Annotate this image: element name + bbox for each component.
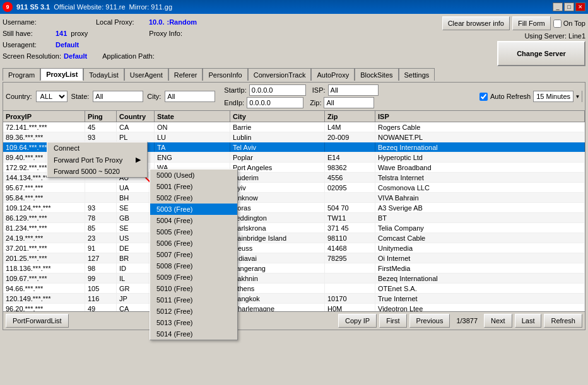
td-city: Unknow <box>230 193 325 202</box>
tab-settings[interactable]: Settings <box>399 68 435 81</box>
minimize-button[interactable]: _ <box>553 3 563 11</box>
isp-input[interactable] <box>328 84 379 96</box>
change-server-button[interactable]: Change Server <box>497 41 585 66</box>
table-row[interactable]: 24.19.***.*** 23 US Bainbridge Island 98… <box>3 233 585 243</box>
port-forward-list-button[interactable]: PortForwardList <box>6 314 69 328</box>
endip-label: EndIp: <box>224 99 244 106</box>
next-button[interactable]: Next <box>484 314 512 328</box>
proxy-table: ProxyIP Ping Country State City Zip ISP … <box>3 110 585 312</box>
td-ping: 49 <box>85 304 117 311</box>
fill-form-button[interactable]: Fill Form <box>512 16 551 30</box>
state-input[interactable] <box>93 91 143 102</box>
port-5007[interactable]: 5007 (Free) <box>150 249 237 260</box>
refresh-button[interactable]: Refresh <box>544 314 582 328</box>
table-row[interactable]: 120.149.***.*** 116 JP Bangkok 10170 Tru… <box>3 294 585 304</box>
port-5014[interactable]: 5014 (Free) <box>150 328 237 340</box>
filter-bar: Country: ALL State: City: StartIp: ISP: … <box>3 82 585 110</box>
tab-proxylist[interactable]: ProxyList <box>40 68 83 81</box>
td-isp: Telstra Internet <box>375 173 585 182</box>
table-row[interactable]: 109.67.***.*** 99 IL Sakhnin Bezeq Inter… <box>3 273 585 284</box>
td-city: Bangkok <box>230 294 325 303</box>
table-row[interactable]: 86.129.***.*** 78 GB Teddington TW11 BT <box>3 213 585 223</box>
table-row[interactable]: 95.84.***.*** BH Unknow VIVA Bahrain <box>3 193 585 203</box>
mirror: Mirror: 911.gg <box>129 3 172 11</box>
clear-browser-button[interactable]: Clear browser info <box>442 16 510 30</box>
context-forward-port[interactable]: Forward Port To Proxy ▶ 5000 (Used) 5001… <box>47 154 147 166</box>
port-5009[interactable]: 5009 (Free) <box>150 272 237 283</box>
screen-res-row: Screen Resolution: Default Application P… <box>3 50 442 62</box>
td-isp: Comcast Cable <box>375 233 585 243</box>
tab-personinfo[interactable]: PersonInfo <box>203 68 247 81</box>
td-zip: H0M <box>325 304 375 311</box>
zip-input[interactable] <box>324 97 374 108</box>
useragent-label: Useragent: <box>3 41 53 49</box>
td-ping: 127 <box>85 253 117 263</box>
context-connect[interactable]: Connect <box>47 142 147 154</box>
td-city: Tangerang <box>230 263 325 273</box>
table-row[interactable]: 37.201.***.*** 91 DE Neuss 41468 Unityme… <box>3 243 585 253</box>
td-zip: TW11 <box>325 213 375 222</box>
tab-referer[interactable]: Referer <box>168 68 203 81</box>
table-row[interactable]: 201.25.***.*** 127 BR Indiavai 78295 Oi … <box>3 253 585 263</box>
port-5004[interactable]: 5004 (Free) <box>150 215 237 226</box>
td-zip: 20-009 <box>325 132 375 142</box>
td-country: DE <box>117 243 155 253</box>
port-5008[interactable]: 5008 (Free) <box>150 260 237 272</box>
table-row[interactable]: 94.66.***.*** 105 GR Athens OTEnet S.A. <box>3 284 585 294</box>
tab-todaylist[interactable]: TodayList <box>83 68 124 81</box>
title-bar: 9 911 S5 3.1 Official Website: 911.re Mi… <box>0 0 588 14</box>
refresh-interval-dropdown[interactable]: ▼ <box>573 91 582 102</box>
port-5012[interactable]: 5012 (Free) <box>150 306 237 317</box>
td-country: ID <box>117 263 155 273</box>
endip-input[interactable] <box>247 97 303 108</box>
port-5010[interactable]: 5010 (Free) <box>150 283 237 294</box>
table-row[interactable]: 95.67.***.*** UA Kyiv 02095 Cosmonova LL… <box>3 183 585 193</box>
table-row[interactable]: 96.20.***.*** 49 CA Charlemagne H0M Vide… <box>3 304 585 311</box>
port-5006[interactable]: 5006 (Free) <box>150 238 237 249</box>
username-row: Username: Local Proxy: 10.0. :Random <box>3 16 442 28</box>
table-row[interactable]: 109.124.***.*** 93 SE Boras 504 70 A3 Sv… <box>3 203 585 213</box>
td-ping: 93 <box>85 203 117 212</box>
last-button[interactable]: Last <box>515 314 542 328</box>
auto-refresh-checkbox[interactable] <box>479 93 488 101</box>
right-controls: Clear browser info Fill Form On Top Usin… <box>442 16 585 66</box>
port-5001[interactable]: 5001 (Free) <box>150 181 237 192</box>
close-button[interactable]: ✕ <box>575 3 585 11</box>
auto-refresh-area: Auto Refresh 15 Minutes ▼ <box>479 91 582 102</box>
tab-conversiontrack[interactable]: ConversionTrack <box>248 68 312 81</box>
main-content: Username: Local Proxy: 10.0. :Random Sti… <box>0 14 588 333</box>
previous-button[interactable]: Previous <box>409 314 450 328</box>
td-state: ENG <box>155 152 230 162</box>
table-row[interactable]: 72.141.***.*** 45 CA ON Barrie L4M Roger… <box>3 122 585 132</box>
td-city: Teddington <box>230 213 325 222</box>
on-top-checkbox[interactable] <box>553 20 562 28</box>
tab-program[interactable]: Program <box>3 68 40 81</box>
page-info: 1/3877 <box>452 317 481 325</box>
port-5013[interactable]: 5013 (Free) <box>150 317 237 328</box>
startip-input[interactable] <box>249 84 306 96</box>
td-country: BR <box>117 253 155 263</box>
td-country: SE <box>117 203 155 212</box>
city-input[interactable] <box>165 91 215 102</box>
tab-useragent[interactable]: UserAgent <box>124 68 168 81</box>
td-country: GB <box>117 213 155 222</box>
country-select[interactable]: ALL <box>36 91 68 102</box>
port-5003[interactable]: 5003 (Free) <box>150 204 237 215</box>
table-row[interactable]: 89.36.***.*** 93 PL LU Lublin 20-009 NOW… <box>3 132 585 142</box>
td-city: Barrie <box>230 122 325 132</box>
table-row[interactable]: 118.136.***.*** 98 ID Tangerang FirstMed… <box>3 263 585 273</box>
maximize-button[interactable]: □ <box>564 3 574 11</box>
tab-blocksites[interactable]: BlockSites <box>355 68 398 81</box>
port-5011[interactable]: 5011 (Free) <box>150 294 237 306</box>
port-5005[interactable]: 5005 (Free) <box>150 226 237 238</box>
port-5002[interactable]: 5002 (Free) <box>150 192 237 204</box>
context-forward-range[interactable]: Forward 5000 ~ 5020 <box>47 166 147 177</box>
td-zip <box>325 284 375 293</box>
tab-autoproxy[interactable]: AutoProxy <box>311 68 355 81</box>
port-5000[interactable]: 5000 (Used) <box>150 170 237 181</box>
copy-ip-button[interactable]: Copy IP <box>338 314 377 328</box>
first-button[interactable]: First <box>379 314 406 328</box>
port-submenu: 5000 (Used) 5001 (Free) 5002 (Free) 5003… <box>150 169 238 340</box>
app-icon: 9 <box>3 2 13 12</box>
table-row[interactable]: 81.234.***.*** 85 SE Karlskrona 371 45 T… <box>3 223 585 233</box>
